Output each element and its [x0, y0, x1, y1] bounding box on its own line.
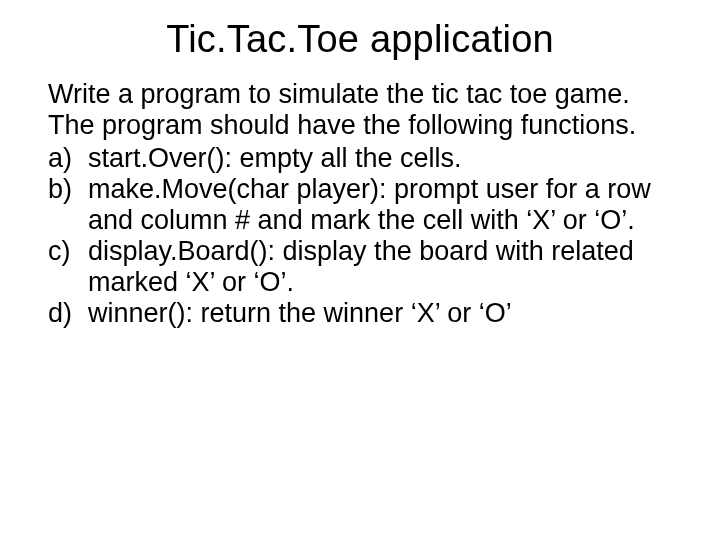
function-list: a) start.Over(): empty all the cells. b)… — [48, 143, 672, 329]
list-item: c) display.Board(): display the board wi… — [48, 236, 672, 298]
list-marker: a) — [48, 143, 88, 174]
list-item: a) start.Over(): empty all the cells. — [48, 143, 672, 174]
body-text: Write a program to simulate the tic tac … — [48, 79, 672, 329]
list-marker: b) — [48, 174, 88, 236]
list-text: make.Move(char player): prompt user for … — [88, 174, 672, 236]
list-marker: d) — [48, 298, 88, 329]
list-item: d) winner(): return the winner ‘X’ or ‘O… — [48, 298, 672, 329]
slide: Tic.Tac.Toe application Write a program … — [0, 0, 720, 329]
list-text: winner(): return the winner ‘X’ or ‘O’ — [88, 298, 672, 329]
page-title: Tic.Tac.Toe application — [48, 18, 672, 61]
list-marker: c) — [48, 236, 88, 298]
list-text: start.Over(): empty all the cells. — [88, 143, 672, 174]
list-item: b) make.Move(char player): prompt user f… — [48, 174, 672, 236]
list-text: display.Board(): display the board with … — [88, 236, 672, 298]
intro-paragraph: Write a program to simulate the tic tac … — [48, 79, 672, 141]
